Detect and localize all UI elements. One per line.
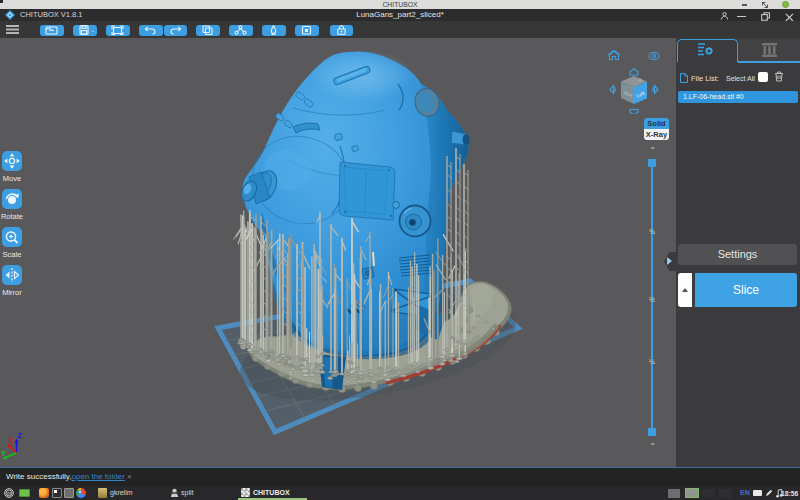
svg-text:Z: Z: [18, 432, 23, 439]
svg-text:m: m: [7, 491, 11, 496]
svg-text:Y: Y: [1, 450, 6, 457]
svg-text:X: X: [9, 437, 14, 444]
